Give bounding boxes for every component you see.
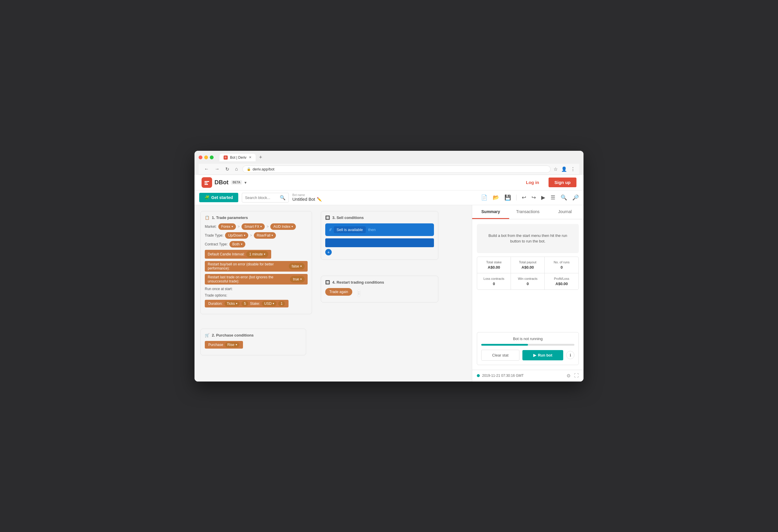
fullscreen-icon[interactable]: ⛶: [574, 373, 579, 379]
run-bot-button[interactable]: ▶ Run bot: [522, 350, 563, 360]
market-audindex-pill[interactable]: AUD Index: [270, 223, 296, 230]
status-icons: ⚙ ⛶: [566, 373, 579, 379]
new-file-icon[interactable]: 📄: [481, 194, 487, 201]
duration-value-pill[interactable]: 5: [241, 301, 248, 306]
settings-icon[interactable]: ⚙: [566, 373, 570, 379]
beta-badge: BETA: [231, 180, 242, 184]
trade-type-updown-pill[interactable]: Up/Down: [225, 232, 248, 239]
toolbar-divider: [516, 195, 517, 201]
zoom-in-icon[interactable]: 🔍: [561, 194, 567, 201]
chevron-down-icon[interactable]: ▾: [244, 180, 246, 185]
bookmark-icon[interactable]: ☆: [553, 166, 558, 172]
stat-loss-contracts: Loss contracts 0: [477, 273, 511, 290]
market-forex-pill[interactable]: Forex: [218, 223, 236, 230]
back-button[interactable]: ←: [203, 166, 210, 172]
sell-icon: 🔲: [325, 216, 330, 220]
browser-window: D Bot | Deriv ✕ + ← → ↻ ⌂ 🔒 deriv.app/bo…: [194, 151, 584, 382]
panel-body: Build a bot from the start menu then hit…: [472, 219, 584, 370]
action-buttons: Clear stat ▶ Run bot ℹ: [481, 350, 574, 361]
purchase-type-pill[interactable]: Rise: [225, 342, 239, 348]
reload-button[interactable]: ↻: [224, 166, 231, 172]
redo-icon[interactable]: ↪: [532, 194, 536, 201]
tab-journal[interactable]: Journal: [546, 205, 584, 219]
stats-grid: Total stake A$0.00 Total payout A$0.00 N…: [477, 256, 579, 290]
contract-type-row: Contract Type: Both: [205, 241, 308, 247]
restart-trading-section: 🔲 4. Restart trading conditions Trade ag…: [321, 276, 438, 302]
bot-name-section: Bot name Untitled Bot ✏️: [292, 194, 322, 202]
trade-type-risefall-pill[interactable]: Rise/Fall: [254, 232, 276, 239]
tab-summary[interactable]: Summary: [472, 205, 509, 219]
trade-again-pill[interactable]: Trade again: [325, 288, 352, 296]
close-button[interactable]: [199, 155, 203, 159]
logo-icon: [202, 177, 212, 188]
candle-interval-pill[interactable]: 1 minute: [246, 251, 268, 257]
trade-again-row: Trade again: [325, 288, 434, 296]
run-once-row: Run once at start:: [205, 287, 308, 291]
restart-error-row: Restart buy/sell on error (disable for b…: [205, 261, 308, 272]
sell-conditions-section: 🔲 3. Sell conditions if Sell is availabl…: [321, 211, 438, 260]
bot-status-box: Bot is not running Clear stat ▶ Run bot …: [477, 332, 579, 365]
tab-close-button[interactable]: ✕: [249, 155, 251, 159]
stat-no-of-runs: No. of runs 0: [545, 257, 578, 273]
maximize-button[interactable]: [210, 155, 214, 159]
login-button[interactable]: Log in: [521, 177, 544, 187]
right-panel: Summary Transactions Journal Build a bot…: [472, 205, 584, 382]
svg-rect-1: [205, 182, 208, 183]
profile-icon[interactable]: 👤: [561, 166, 567, 172]
search-input[interactable]: [245, 196, 278, 200]
zoom-out-icon[interactable]: 🔎: [572, 194, 579, 201]
browser-tab[interactable]: D Bot | Deriv ✕: [220, 154, 256, 161]
home-button[interactable]: ⌂: [234, 166, 239, 172]
address-bar[interactable]: 🔒 deriv.app/bot: [242, 165, 551, 173]
forward-button[interactable]: →: [213, 166, 221, 172]
panel-drag-handle[interactable]: [358, 290, 360, 297]
info-button[interactable]: ℹ: [566, 351, 574, 359]
duration-type-pill[interactable]: Ticks: [225, 301, 240, 306]
search-box[interactable]: 🔍: [242, 193, 289, 203]
params-icon: 📋: [205, 216, 210, 220]
clear-stat-button[interactable]: Clear stat: [481, 350, 520, 361]
open-file-icon[interactable]: 📂: [493, 194, 499, 201]
run-icon[interactable]: ▶: [541, 194, 545, 201]
get-started-button[interactable]: 🧩 Get started: [199, 193, 238, 202]
progress-bar: [481, 344, 574, 346]
sell-conditions-header: 🔲 3. Sell conditions: [325, 216, 434, 220]
bot-name-text: Untitled Bot: [292, 197, 315, 202]
status-dot: [477, 374, 480, 377]
bot-status-title: Bot is not running: [481, 336, 574, 341]
edit-bot-name-icon[interactable]: ✏️: [317, 197, 322, 202]
menu-icon[interactable]: ⋮: [570, 166, 575, 172]
app-header: DBot BETA ▾ Log in Sign up: [194, 175, 584, 191]
trade-parameters-header: 📋 1. Trade parameters: [205, 216, 308, 220]
signup-button[interactable]: Sign up: [549, 177, 576, 187]
canvas-area: 📋 1. Trade parameters Market: Forex > Sm…: [194, 205, 472, 382]
logo-area: DBot BETA ▾: [202, 177, 246, 188]
restart-error-pill[interactable]: false: [289, 263, 305, 270]
minimize-button[interactable]: [204, 155, 208, 159]
stat-total-payout: Total payout A$0.00: [511, 257, 545, 273]
sell-block-body: [325, 238, 434, 247]
svg-rect-2: [205, 184, 208, 185]
tab-transactions[interactable]: Transactions: [509, 205, 546, 219]
tab-bar: D Bot | Deriv ✕ +: [220, 154, 262, 161]
stake-currency-pill[interactable]: USD: [262, 301, 277, 306]
traffic-lights: [199, 155, 214, 159]
save-file-icon[interactable]: 💾: [504, 194, 511, 201]
restart-trading-card: 🔲 4. Restart trading conditions Trade ag…: [321, 276, 438, 302]
summary-icon[interactable]: ☰: [551, 194, 555, 201]
candle-interval-row: Default Candle Interval: 1 minute: [205, 250, 308, 259]
market-smartfx-pill[interactable]: Smart FX: [241, 223, 265, 230]
purchase-row: Purchase Rise: [205, 341, 302, 349]
sell-condition-block: if Sell is available then: [325, 223, 434, 236]
sell-add-button[interactable]: +: [325, 249, 332, 255]
stat-total-stake: Total stake A$0.00: [477, 257, 511, 273]
restart-trade-pill[interactable]: true: [290, 276, 305, 283]
search-icon: 🔍: [280, 195, 286, 201]
stake-value-pill[interactable]: 1: [278, 301, 285, 306]
contract-type-pill[interactable]: Both: [229, 241, 245, 247]
url-text: deriv.app/bot: [253, 167, 275, 171]
info-text: Build a bot from the start menu then hit…: [488, 233, 567, 244]
bot-name-label: Bot name: [292, 194, 322, 197]
new-tab-button[interactable]: +: [259, 154, 262, 160]
undo-icon[interactable]: ↩: [522, 194, 526, 201]
